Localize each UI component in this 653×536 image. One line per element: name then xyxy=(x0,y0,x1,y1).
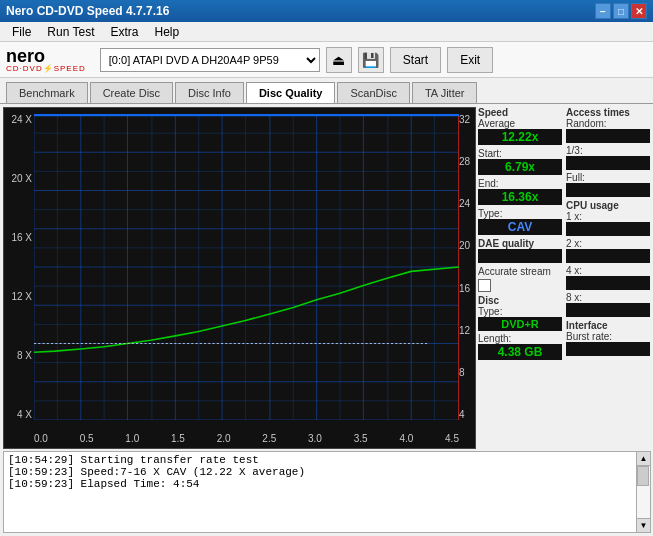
average-value: 12.22x xyxy=(478,129,562,145)
nero-logo: nero CD·DVD⚡SPEED xyxy=(6,47,86,73)
save-button[interactable]: 💾 xyxy=(358,47,384,73)
scroll-thumb[interactable] xyxy=(637,466,649,486)
menu-run-test[interactable]: Run Test xyxy=(39,23,102,41)
x-label: 4.0 xyxy=(399,433,413,444)
end-value: 16.36x xyxy=(478,189,562,205)
type-label: Type: xyxy=(478,208,562,219)
y-right-label: 16 xyxy=(459,283,470,294)
start-button[interactable]: Start xyxy=(390,47,441,73)
type-value: CAV xyxy=(478,219,562,235)
chart-svg xyxy=(34,114,459,420)
y-label: 4 X xyxy=(17,409,32,420)
tab-scan-disc[interactable]: ScanDisc xyxy=(337,82,409,103)
tab-benchmark[interactable]: Benchmark xyxy=(6,82,88,103)
menu-help[interactable]: Help xyxy=(147,23,188,41)
cpu-x4-value xyxy=(566,276,650,290)
log-area: [10:54:29] Starting transfer rate test [… xyxy=(3,451,651,533)
x-label: 0.0 xyxy=(34,433,48,444)
disc-type-label: Type: xyxy=(478,306,562,317)
log-scrollbar[interactable]: ▲ ▼ xyxy=(636,452,650,532)
accurate-stream-section: Accurate stream xyxy=(478,266,562,292)
y-right-label: 20 xyxy=(459,240,470,251)
maximize-button[interactable]: □ xyxy=(613,3,629,19)
scroll-down-button[interactable]: ▼ xyxy=(637,518,651,532)
y-right-label: 12 xyxy=(459,325,470,336)
disc-type-value: DVD+R xyxy=(478,317,562,331)
log-line: [10:54:29] Starting transfer rate test xyxy=(8,454,632,466)
interface-section: Interface Burst rate: xyxy=(566,320,650,356)
end-label: End: xyxy=(478,178,562,189)
scroll-track xyxy=(637,466,651,518)
chart-area: 24 X 20 X 16 X 12 X 8 X 4 X 32 28 24 20 … xyxy=(3,107,476,449)
burst-rate-value xyxy=(566,342,650,356)
one-third-value xyxy=(566,156,650,170)
menubar: File Run Test Extra Help xyxy=(0,22,653,42)
y-right-label: 32 xyxy=(459,114,470,125)
drive-selector[interactable]: [0:0] ATAPI DVD A DH20A4P 9P59 xyxy=(100,48,320,72)
accurate-stream-checkbox-row xyxy=(478,279,562,292)
y-axis-left: 24 X 20 X 16 X 12 X 8 X 4 X xyxy=(6,114,32,420)
minimize-button[interactable]: − xyxy=(595,3,611,19)
y-label: 12 X xyxy=(11,291,32,302)
y-right-label: 8 xyxy=(459,367,465,378)
length-label: Length: xyxy=(478,333,562,344)
cpu-usage-section: CPU usage 1 x: 2 x: 4 x: 8 x: xyxy=(566,200,650,317)
tab-ta-jitter[interactable]: TA Jitter xyxy=(412,82,478,103)
y-label: 20 X xyxy=(11,173,32,184)
tab-create-disc[interactable]: Create Disc xyxy=(90,82,173,103)
y-label: 8 X xyxy=(17,350,32,361)
accurate-stream-label: Accurate stream xyxy=(478,266,562,277)
cpu-x2-value xyxy=(566,249,650,263)
y-right-label: 28 xyxy=(459,156,470,167)
x-axis: 0.0 0.5 1.0 1.5 2.0 2.5 3.0 3.5 4.0 4.5 xyxy=(34,433,459,444)
dae-quality-label: DAE quality xyxy=(478,238,562,249)
start-section: Start: 6.79x xyxy=(478,148,562,175)
log-line: [10:59:23] Speed:7-16 X CAV (12.22 X ave… xyxy=(8,466,632,478)
y-right-label: 4 xyxy=(459,409,465,420)
disc-label: Disc xyxy=(478,295,562,306)
dae-quality-section: DAE quality xyxy=(478,238,562,263)
burst-rate-label: Burst rate: xyxy=(566,331,650,342)
full-label: Full: xyxy=(566,172,650,183)
end-section: End: 16.36x xyxy=(478,178,562,205)
cpu-x2-label: 2 x: xyxy=(566,238,650,249)
speed-label: Speed xyxy=(478,107,562,118)
access-times-section: Access times Random: 1/3: Full: xyxy=(566,107,650,197)
x-label: 4.5 xyxy=(445,433,459,444)
scroll-up-button[interactable]: ▲ xyxy=(637,452,651,466)
window-title: Nero CD-DVD Speed 4.7.7.16 xyxy=(6,4,595,18)
disc-section: Disc Type: DVD+R Length: 4.38 GB xyxy=(478,295,562,360)
x-label: 1.0 xyxy=(125,433,139,444)
y-axis-right: 32 28 24 20 16 12 8 4 xyxy=(459,114,473,420)
menu-file[interactable]: File xyxy=(4,23,39,41)
cpu-x4-label: 4 x: xyxy=(566,265,650,276)
cpu-x8-value xyxy=(566,303,650,317)
exit-button[interactable]: Exit xyxy=(447,47,493,73)
one-third-label: 1/3: xyxy=(566,145,650,156)
full-value xyxy=(566,183,650,197)
nero-brand-text: nero xyxy=(6,47,86,65)
accurate-stream-checkbox[interactable] xyxy=(478,279,491,292)
titlebar: Nero CD-DVD Speed 4.7.7.16 − □ ✕ xyxy=(0,0,653,22)
tab-disc-quality[interactable]: Disc Quality xyxy=(246,82,336,103)
right-stats-col: Access times Random: 1/3: Full: CPU usag… xyxy=(566,107,650,360)
close-button[interactable]: ✕ xyxy=(631,3,647,19)
left-stats-col: Speed Average 12.22x Start: 6.79x End: 1… xyxy=(478,107,562,360)
start-value: 6.79x xyxy=(478,159,562,175)
x-label: 2.0 xyxy=(217,433,231,444)
x-label: 0.5 xyxy=(80,433,94,444)
y-label: 16 X xyxy=(11,232,32,243)
menu-extra[interactable]: Extra xyxy=(102,23,146,41)
interface-header: Interface xyxy=(566,320,650,331)
toolbar: nero CD·DVD⚡SPEED [0:0] ATAPI DVD A DH20… xyxy=(0,42,653,78)
log-line: [10:59:23] Elapsed Time: 4:54 xyxy=(8,478,632,490)
random-label: Random: xyxy=(566,118,650,129)
start-label: Start: xyxy=(478,148,562,159)
y-right-label: 24 xyxy=(459,198,470,209)
type-section: Type: CAV xyxy=(478,208,562,235)
tab-bar: Benchmark Create Disc Disc Info Disc Qua… xyxy=(0,78,653,104)
stats-columns: Speed Average 12.22x Start: 6.79x End: 1… xyxy=(478,107,650,360)
tab-disc-info[interactable]: Disc Info xyxy=(175,82,244,103)
eject-button[interactable]: ⏏ xyxy=(326,47,352,73)
random-value xyxy=(566,129,650,143)
